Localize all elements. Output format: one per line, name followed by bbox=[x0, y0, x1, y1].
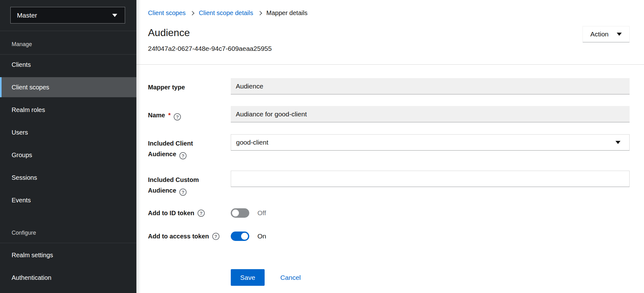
add-to-access-token-label: Add to access token? bbox=[148, 232, 231, 241]
realm-selector-value: Master bbox=[17, 12, 37, 19]
action-button-label: Action bbox=[590, 30, 609, 38]
mapper-form: Mapper type Name*? Included Client Audie… bbox=[148, 78, 630, 286]
chevron-right-icon bbox=[190, 11, 194, 15]
chevron-down-icon bbox=[617, 33, 622, 36]
nav-section-configure: Configure Realm settings Authentication bbox=[0, 220, 136, 288]
chevron-down-icon bbox=[112, 14, 117, 17]
name-field[interactable] bbox=[231, 106, 630, 122]
save-button[interactable]: Save bbox=[231, 269, 265, 286]
form-row-add-to-id-token: Add to ID token? Off bbox=[148, 208, 630, 218]
help-icon[interactable]: ? bbox=[198, 210, 205, 217]
add-to-id-token-label: Add to ID token? bbox=[148, 208, 231, 218]
name-label: Name*? bbox=[148, 106, 231, 122]
included-client-audience-select[interactable]: good-client bbox=[231, 134, 630, 151]
page-header: Audience 24f047a2-0627-448e-94c7-609aeaa… bbox=[148, 27, 630, 52]
header-divider bbox=[136, 64, 644, 65]
cancel-link[interactable]: Cancel bbox=[280, 274, 301, 281]
page-title: Audience bbox=[148, 27, 272, 38]
add-to-access-token-state: On bbox=[257, 232, 266, 240]
chevron-down-icon bbox=[615, 141, 620, 144]
nav-section-title-manage: Manage bbox=[0, 31, 136, 49]
sidebar-item-realm-roles[interactable]: Realm roles bbox=[0, 100, 136, 120]
form-actions: Save Cancel bbox=[231, 269, 630, 286]
mapper-type-field[interactable] bbox=[231, 78, 630, 94]
included-client-audience-value: good-client bbox=[236, 139, 268, 146]
mapper-type-label: Mapper type bbox=[148, 78, 231, 94]
sidebar-item-events[interactable]: Events bbox=[0, 190, 136, 210]
sidebar-item-realm-settings[interactable]: Realm settings bbox=[0, 245, 136, 265]
help-icon[interactable]: ? bbox=[179, 189, 187, 196]
help-icon[interactable]: ? bbox=[174, 113, 181, 120]
chevron-right-icon bbox=[257, 11, 262, 15]
form-row-name: Name*? bbox=[148, 106, 630, 122]
breadcrumb: Client scopes Client scope details Mappe… bbox=[148, 9, 630, 17]
nav-section-title-configure: Configure bbox=[0, 220, 136, 237]
breadcrumb-current: Mapper details bbox=[267, 9, 308, 17]
main-content: Client scopes Client scope details Mappe… bbox=[136, 0, 644, 293]
help-icon[interactable]: ? bbox=[179, 152, 187, 159]
toggle-knob bbox=[241, 233, 248, 240]
sidebar: Master Manage Clients Client scopes Real… bbox=[0, 0, 136, 293]
form-row-mapper-type: Mapper type bbox=[148, 78, 630, 94]
breadcrumb-link-client-scope-details[interactable]: Client scope details bbox=[199, 9, 253, 17]
breadcrumb-link-client-scopes[interactable]: Client scopes bbox=[148, 9, 186, 17]
add-to-access-token-toggle[interactable] bbox=[231, 232, 249, 241]
action-dropdown-button[interactable]: Action bbox=[583, 26, 630, 42]
included-custom-audience-field[interactable] bbox=[231, 171, 630, 187]
included-client-audience-label: Included Client Audience? bbox=[148, 134, 231, 159]
sidebar-item-users[interactable]: Users bbox=[0, 122, 136, 142]
form-row-add-to-access-token: Add to access token? On bbox=[148, 232, 630, 241]
form-row-included-custom-audience: Included Custom Audience? bbox=[148, 171, 630, 196]
add-to-id-token-toggle[interactable] bbox=[231, 208, 249, 218]
help-icon[interactable]: ? bbox=[212, 233, 219, 240]
sidebar-item-sessions[interactable]: Sessions bbox=[0, 168, 136, 188]
realm-selector[interactable]: Master bbox=[10, 7, 125, 24]
sidebar-item-groups[interactable]: Groups bbox=[0, 145, 136, 165]
sidebar-item-client-scopes[interactable]: Client scopes bbox=[0, 77, 136, 97]
add-to-id-token-state: Off bbox=[257, 209, 266, 217]
nav-section-manage: Manage Clients Client scopes Realm roles… bbox=[0, 31, 136, 210]
form-row-included-client-audience: Included Client Audience? good-client bbox=[148, 134, 630, 159]
sidebar-item-authentication[interactable]: Authentication bbox=[0, 268, 136, 288]
included-custom-audience-label: Included Custom Audience? bbox=[148, 171, 231, 196]
page-subtitle: 24f047a2-0627-448e-94c7-609aeaa25955 bbox=[148, 45, 272, 52]
toggle-knob bbox=[232, 210, 239, 216]
sidebar-item-clients[interactable]: Clients bbox=[0, 55, 136, 75]
required-asterisk: * bbox=[168, 112, 171, 119]
